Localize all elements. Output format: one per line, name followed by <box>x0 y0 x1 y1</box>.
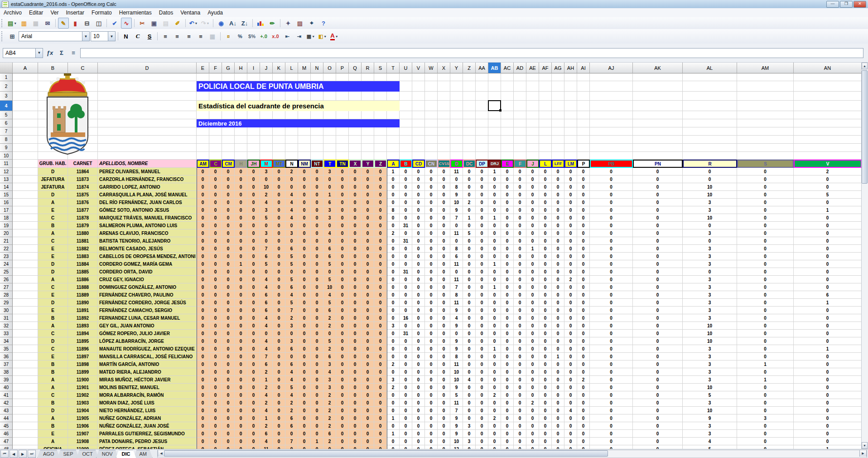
sheet-tab-oct[interactable]: OCT <box>76 450 98 458</box>
cell-R7[interactable] <box>362 127 374 136</box>
value-cell[interactable]: 0 <box>488 384 501 391</box>
value-cell[interactable]: 0 <box>235 414 247 422</box>
align-justify-button[interactable]: ≡ <box>195 31 206 42</box>
cell-Z2[interactable] <box>463 81 476 92</box>
grub-cell[interactable]: JEFATURA <box>38 175 68 183</box>
cell-P5[interactable] <box>336 111 349 119</box>
borders-icon[interactable]: ▦▼ <box>305 31 316 42</box>
value-cell[interactable]: 0 <box>501 199 514 206</box>
row-header-1[interactable]: 1 <box>0 73 13 81</box>
value-cell[interactable]: 0 <box>285 353 298 361</box>
cell-AD8[interactable] <box>514 136 526 144</box>
value-cell[interactable]: 0 <box>425 168 438 175</box>
cell-AL7[interactable] <box>683 127 737 136</box>
value-cell[interactable]: 0 <box>463 407 476 414</box>
value-cell[interactable]: 0 <box>362 407 374 414</box>
value-cell[interactable]: 0 <box>235 283 247 291</box>
value-cell[interactable]: 4 <box>323 291 336 299</box>
cell-AD10[interactable] <box>514 152 526 160</box>
shift-column-header-MT[interactable]: MT <box>273 160 285 168</box>
cell-X4[interactable] <box>438 101 450 111</box>
value-cell[interactable]: 0 <box>683 175 737 183</box>
value-cell[interactable]: 0 <box>247 222 260 229</box>
value-cell[interactable]: 0 <box>247 361 260 368</box>
row-header-28[interactable]: 28 <box>0 291 13 299</box>
cell-AF3[interactable] <box>539 92 552 101</box>
value-cell[interactable]: 0 <box>412 337 425 345</box>
grub-hab-header[interactable]: GRUB. HAB. <box>38 160 68 168</box>
value-cell[interactable]: 0 <box>488 229 501 237</box>
value-cell[interactable]: 0 <box>526 283 539 291</box>
value-cell[interactable]: 0 <box>590 183 633 191</box>
cell-Y7[interactable] <box>450 127 463 136</box>
value-cell[interactable]: 0 <box>222 376 235 384</box>
value-cell[interactable]: 0 <box>539 337 552 345</box>
value-cell[interactable]: 0 <box>526 391 539 399</box>
value-cell[interactable]: 0 <box>501 438 514 445</box>
value-cell[interactable]: 3 <box>683 291 737 299</box>
value-cell[interactable]: 0 <box>476 430 488 438</box>
value-cell[interactable]: 0 <box>209 307 222 314</box>
value-cell[interactable]: 0 <box>349 322 362 330</box>
value-cell[interactable]: 0 <box>425 430 438 438</box>
value-cell[interactable]: 0 <box>425 368 438 376</box>
value-cell[interactable]: 0 <box>564 214 577 222</box>
value-cell[interactable]: 0 <box>349 307 362 314</box>
value-cell[interactable]: 0 <box>794 214 862 222</box>
value-cell[interactable]: 0 <box>590 245 633 253</box>
value-cell[interactable]: 0 <box>298 299 311 307</box>
value-cell[interactable]: 0 <box>374 376 387 384</box>
column-header-E[interactable]: E <box>197 63 209 73</box>
value-cell[interactable]: 0 <box>463 237 476 245</box>
value-cell[interactable]: 0 <box>298 214 311 222</box>
cell-V6[interactable] <box>412 119 425 127</box>
value-cell[interactable]: 0 <box>285 430 298 438</box>
value-cell[interactable]: 9 <box>450 206 463 214</box>
cell-U8[interactable] <box>400 136 412 144</box>
value-cell[interactable]: 0 <box>577 168 590 175</box>
cell-X8[interactable] <box>438 136 450 144</box>
nombre-cell[interactable]: CORDERO GOMEZ, MARÍA GEMA <box>98 260 197 268</box>
value-cell[interactable]: 0 <box>412 430 425 438</box>
value-cell[interactable]: 0 <box>526 445 539 449</box>
value-cell[interactable]: 0 <box>412 345 425 353</box>
value-cell[interactable]: 0 <box>794 222 862 229</box>
value-cell[interactable]: 0 <box>463 353 476 361</box>
value-cell[interactable]: 0 <box>374 438 387 445</box>
carnet-cell[interactable]: 11901 <box>68 384 98 391</box>
value-cell[interactable]: 0 <box>526 183 539 191</box>
value-cell[interactable]: 2 <box>323 314 336 322</box>
value-cell[interactable]: 0 <box>794 260 862 268</box>
value-cell[interactable]: 0 <box>794 384 862 391</box>
menu-editar[interactable]: Editar <box>25 9 47 17</box>
shift-column-header-DRJ[interactable]: DRJ <box>488 160 501 168</box>
value-cell[interactable]: 0 <box>526 353 539 361</box>
value-cell[interactable]: 0 <box>438 253 450 260</box>
value-cell[interactable]: 3 <box>260 168 273 175</box>
value-cell[interactable]: 3 <box>683 276 737 283</box>
value-cell[interactable]: 0 <box>539 191 552 199</box>
value-cell[interactable]: 0 <box>222 345 235 353</box>
value-cell[interactable]: 0 <box>539 291 552 299</box>
cell-D7[interactable] <box>98 127 197 136</box>
value-cell[interactable]: 5 <box>323 276 336 283</box>
cell-O1[interactable] <box>323 73 336 81</box>
cell-AN4[interactable] <box>794 101 862 111</box>
value-cell[interactable]: 0 <box>514 245 526 253</box>
value-cell[interactable]: 5 <box>450 391 463 399</box>
value-cell[interactable]: 0 <box>400 183 412 191</box>
value-cell[interactable]: 0 <box>362 322 374 330</box>
value-cell[interactable]: 0 <box>362 445 374 449</box>
carnet-cell[interactable]: 11885 <box>68 268 98 276</box>
value-cell[interactable]: 0 <box>247 414 260 422</box>
value-cell[interactable]: 4 <box>285 291 298 299</box>
cell-AA1[interactable] <box>476 73 488 81</box>
value-cell[interactable]: 0 <box>514 222 526 229</box>
value-cell[interactable]: 0 <box>488 322 501 330</box>
grub-cell[interactable]: C <box>38 391 68 399</box>
value-cell[interactable]: 10 <box>450 368 463 376</box>
value-cell[interactable]: 0 <box>336 206 349 214</box>
value-cell[interactable]: 0 <box>552 438 564 445</box>
cell-A43[interactable] <box>13 407 38 414</box>
value-cell[interactable]: 0 <box>323 175 336 183</box>
